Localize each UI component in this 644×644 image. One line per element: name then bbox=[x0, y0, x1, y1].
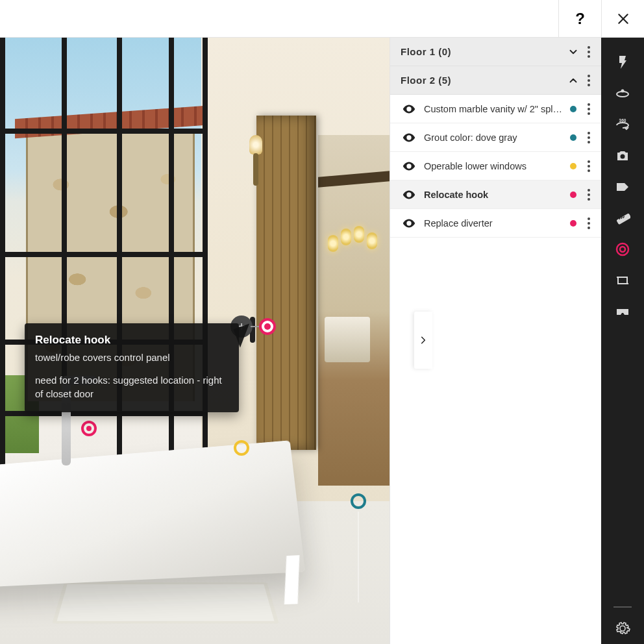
crop-icon bbox=[615, 273, 630, 288]
collapse-panel-button[interactable] bbox=[414, 312, 432, 369]
svg-text:360: 360 bbox=[619, 118, 626, 123]
list-item[interactable]: Custom marble vanity w/ 2" splash… bbox=[390, 95, 601, 123]
close-icon bbox=[617, 12, 630, 25]
svg-point-9 bbox=[620, 247, 625, 252]
right-toolbar: 360 bbox=[601, 38, 644, 644]
chevron-down-icon bbox=[567, 46, 579, 58]
item-label: Operable lower windows bbox=[424, 161, 566, 171]
item-menu-button[interactable] bbox=[583, 103, 595, 115]
color-dot-icon bbox=[570, 220, 576, 227]
item-menu-button[interactable] bbox=[583, 132, 595, 143]
group-menu-button[interactable] bbox=[583, 75, 595, 86]
group-menu-button[interactable] bbox=[583, 46, 595, 58]
item-menu-button[interactable] bbox=[583, 217, 595, 229]
chevron-up-icon bbox=[567, 75, 579, 86]
item-label: Grout color: dove gray bbox=[424, 132, 566, 143]
group-title: Floor 1 (0) bbox=[401, 46, 567, 57]
annotation-tooltip: Relocate hook towel/robe covers control … bbox=[25, 323, 239, 412]
visibility-icon[interactable] bbox=[402, 102, 416, 116]
camera-tool[interactable] bbox=[601, 140, 644, 171]
location-pin-icon bbox=[615, 55, 630, 70]
scene-backdrop: + Relocate hook towel/robe covers contro… bbox=[0, 38, 390, 644]
color-dot-icon bbox=[570, 106, 576, 112]
svg-point-8 bbox=[617, 243, 628, 255]
hotspot-tool[interactable] bbox=[601, 234, 644, 265]
chevron-right-icon bbox=[419, 336, 428, 345]
list-item[interactable]: Relocate hook bbox=[390, 180, 601, 209]
pin-operable-windows[interactable] bbox=[234, 440, 249, 456]
pin-relocate-hook-2[interactable] bbox=[81, 421, 97, 436]
tooltip-subtitle: towel/robe covers control panel bbox=[35, 351, 229, 364]
crop-tool[interactable] bbox=[601, 265, 644, 296]
pin-grout-color[interactable] bbox=[351, 493, 366, 509]
visibility-icon[interactable] bbox=[402, 216, 416, 230]
settings-icon bbox=[615, 621, 630, 636]
group-floor-1[interactable]: Floor 1 (0) bbox=[390, 38, 601, 66]
settings-button[interactable] bbox=[601, 613, 644, 644]
group-floor-2[interactable]: Floor 2 (5) bbox=[390, 66, 601, 95]
vr-tool[interactable] bbox=[601, 296, 644, 327]
svg-rect-10 bbox=[618, 277, 627, 284]
top-bar: ? bbox=[0, 0, 644, 38]
fullscreen-button[interactable] bbox=[400, 606, 418, 625]
tag-tool[interactable] bbox=[601, 171, 644, 203]
list-item[interactable]: Operable lower windows bbox=[390, 152, 601, 180]
item-label: Relocate hook bbox=[424, 190, 566, 200]
item-menu-button[interactable] bbox=[583, 160, 595, 172]
toolbar-divider bbox=[613, 606, 632, 608]
svg-point-1 bbox=[621, 90, 625, 93]
help-button[interactable]: ? bbox=[558, 0, 601, 37]
list-item[interactable]: Grout color: dove gray bbox=[390, 123, 601, 152]
hotspot-ring-icon bbox=[259, 318, 276, 335]
location-pin-tool[interactable] bbox=[601, 47, 644, 78]
svg-point-3 bbox=[621, 155, 625, 159]
tag-icon bbox=[615, 179, 630, 195]
visibility-icon[interactable] bbox=[402, 130, 416, 145]
measure-tool[interactable] bbox=[601, 203, 644, 234]
hotspot-icon bbox=[615, 242, 630, 257]
visibility-icon[interactable] bbox=[402, 188, 416, 202]
camera-icon bbox=[615, 148, 630, 164]
orbit-icon bbox=[615, 86, 630, 101]
tooltip-title: Relocate hook bbox=[35, 332, 229, 348]
measure-icon bbox=[615, 210, 630, 226]
item-label: Replace diverter bbox=[424, 218, 566, 229]
color-dot-icon bbox=[570, 192, 576, 198]
list-item[interactable]: Replace diverter bbox=[390, 209, 601, 238]
vr-icon bbox=[615, 304, 630, 319]
orbit-tool[interactable] bbox=[601, 78, 644, 109]
visibility-icon[interactable] bbox=[402, 159, 416, 173]
color-dot-icon bbox=[570, 163, 576, 169]
item-label: Custom marble vanity w/ 2" splash… bbox=[424, 104, 566, 114]
view-360-icon: 360 bbox=[615, 117, 630, 132]
svg-rect-4 bbox=[616, 213, 630, 225]
color-dot-icon bbox=[570, 134, 576, 141]
view-360-tool[interactable]: 360 bbox=[601, 109, 644, 140]
close-button[interactable] bbox=[601, 0, 644, 37]
group-title: Floor 2 (5) bbox=[401, 75, 567, 86]
item-menu-button[interactable] bbox=[583, 189, 595, 201]
tooltip-body: need for 2 hooks: suggested location - r… bbox=[35, 373, 229, 401]
